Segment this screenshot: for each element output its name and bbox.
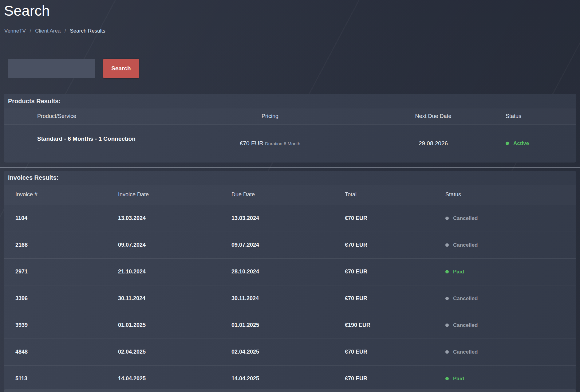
invoice-number: 2168 bbox=[4, 232, 106, 258]
invoice-status-label: Cancelled bbox=[453, 296, 478, 302]
invoice-row[interactable]: 3939 01.01.2025 01.01.2025 €190 EUR Canc… bbox=[4, 312, 576, 339]
invoices-column-invoice-date: Invoice Date bbox=[106, 185, 220, 205]
page-title: Search bbox=[0, 0, 580, 20]
invoice-total: €70 EUR bbox=[333, 205, 434, 232]
product-row[interactable]: Standard - 6 Months - 1 Connection - €70… bbox=[4, 124, 576, 163]
status-badge: Active bbox=[506, 140, 529, 147]
product-status-label: Active bbox=[513, 140, 529, 147]
invoice-row[interactable]: 1104 13.03.2024 13.03.2024 €70 EUR Cance… bbox=[4, 205, 576, 232]
invoice-number: 1104 bbox=[4, 205, 106, 232]
invoices-results-panel: Invoices Results: Invoice # Invoice Date… bbox=[4, 171, 576, 392]
invoices-column-status: Status bbox=[434, 185, 576, 205]
invoice-due-date: 09.07.2024 bbox=[220, 232, 333, 258]
invoice-due-date: 02.04.2025 bbox=[220, 339, 333, 365]
invoice-row[interactable]: 5113 14.04.2025 14.04.2025 €70 EUR Paid bbox=[4, 365, 576, 392]
status-badge: Paid bbox=[445, 269, 464, 275]
invoice-status-label: Cancelled bbox=[453, 215, 478, 221]
status-dot-icon bbox=[506, 142, 509, 145]
invoice-number: 3939 bbox=[4, 312, 106, 339]
status-dot-icon bbox=[445, 323, 449, 327]
invoice-status-label: Paid bbox=[453, 376, 464, 382]
invoices-column-due-date: Due Date bbox=[220, 185, 333, 205]
products-column-next-due-date: Next Due Date bbox=[365, 108, 502, 124]
invoice-number: 2971 bbox=[4, 258, 106, 285]
invoice-date: 01.01.2025 bbox=[106, 312, 220, 339]
breadcrumb-current: Search Results bbox=[70, 28, 105, 34]
invoice-date: 09.07.2024 bbox=[106, 232, 220, 258]
invoice-date: 30.11.2024 bbox=[106, 285, 220, 312]
status-badge: Cancelled bbox=[445, 349, 478, 355]
status-dot-icon bbox=[445, 377, 449, 380]
products-column-status: Status bbox=[502, 108, 576, 124]
invoices-header-row: Invoice # Invoice Date Due Date Total St… bbox=[4, 185, 576, 205]
status-badge: Cancelled bbox=[445, 242, 478, 248]
status-dot-icon bbox=[445, 350, 449, 354]
invoice-due-date: 28.10.2024 bbox=[220, 258, 333, 285]
products-results-panel: Products Results: Product/Service Pricin… bbox=[4, 94, 576, 163]
invoice-due-date: 30.11.2024 bbox=[220, 285, 333, 312]
status-badge: Cancelled bbox=[445, 215, 478, 221]
invoice-date: 02.04.2025 bbox=[106, 339, 220, 365]
invoice-status-label: Paid bbox=[453, 269, 464, 275]
invoice-due-date: 01.01.2025 bbox=[220, 312, 333, 339]
status-dot-icon bbox=[445, 217, 449, 220]
invoice-due-date: 14.04.2025 bbox=[220, 365, 333, 392]
search-input[interactable] bbox=[8, 59, 95, 78]
products-column-pricing: Pricing bbox=[176, 108, 365, 124]
invoice-total: €190 EUR bbox=[333, 312, 434, 339]
status-badge: Cancelled bbox=[445, 296, 478, 302]
invoice-total: €70 EUR bbox=[333, 258, 434, 285]
search-button[interactable]: Search bbox=[103, 59, 139, 78]
product-subtitle: - bbox=[37, 146, 175, 151]
invoices-table: Invoice # Invoice Date Due Date Total St… bbox=[4, 185, 576, 392]
invoice-row[interactable]: 3396 30.11.2024 30.11.2024 €70 EUR Cance… bbox=[4, 285, 576, 312]
invoice-row[interactable]: 2168 09.07.2024 09.07.2024 €70 EUR Cance… bbox=[4, 232, 576, 258]
product-price: €70 EUR bbox=[240, 140, 263, 147]
invoice-total: €70 EUR bbox=[333, 339, 434, 365]
invoice-number: 4848 bbox=[4, 339, 106, 365]
section-divider bbox=[0, 167, 580, 168]
invoice-total: €70 EUR bbox=[333, 232, 434, 258]
invoice-date: 21.10.2024 bbox=[106, 258, 220, 285]
next-section-edge bbox=[4, 389, 576, 392]
breadcrumb-separator: / bbox=[30, 28, 31, 34]
breadcrumb: VenneTV / Client Area / Search Results bbox=[4, 28, 580, 34]
invoice-row[interactable]: 2971 21.10.2024 28.10.2024 €70 EUR Paid bbox=[4, 258, 576, 285]
status-badge: Cancelled bbox=[445, 322, 478, 328]
status-dot-icon bbox=[445, 243, 449, 247]
invoices-column-total: Total bbox=[333, 185, 434, 205]
invoices-section-title: Invoices Results: bbox=[4, 171, 576, 185]
invoice-total: €70 EUR bbox=[333, 365, 434, 392]
breadcrumb-separator: / bbox=[65, 28, 66, 34]
product-name: Standard - 6 Months - 1 Connection bbox=[37, 135, 175, 142]
breadcrumb-link-vennetv[interactable]: VenneTV bbox=[4, 28, 26, 34]
client-area-search-page: Search VenneTV / Client Area / Search Re… bbox=[0, 0, 580, 392]
invoice-number: 3396 bbox=[4, 285, 106, 312]
invoice-status-label: Cancelled bbox=[453, 349, 478, 355]
breadcrumb-link-client-area[interactable]: Client Area bbox=[35, 28, 61, 34]
status-dot-icon bbox=[445, 270, 449, 273]
invoice-status-label: Cancelled bbox=[453, 242, 478, 248]
invoice-due-date: 13.03.2024 bbox=[220, 205, 333, 232]
invoice-date: 13.03.2024 bbox=[106, 205, 220, 232]
products-table: Product/Service Pricing Next Due Date St… bbox=[4, 108, 576, 163]
status-dot-icon bbox=[445, 297, 449, 300]
invoice-status-label: Cancelled bbox=[453, 322, 478, 328]
invoices-column-invoice-number: Invoice # bbox=[4, 185, 106, 205]
invoice-date: 14.04.2025 bbox=[106, 365, 220, 392]
invoice-row[interactable]: 4848 02.04.2025 02.04.2025 €70 EUR Cance… bbox=[4, 339, 576, 365]
products-column-product-service: Product/Service bbox=[4, 108, 176, 124]
products-header-row: Product/Service Pricing Next Due Date St… bbox=[4, 108, 576, 124]
product-next-due-date: 29.08.2026 bbox=[365, 124, 502, 163]
status-badge: Paid bbox=[445, 376, 464, 382]
products-section-title: Products Results: bbox=[4, 94, 576, 108]
product-billing-duration: Duration 6 Month bbox=[265, 141, 300, 146]
search-bar: Search bbox=[8, 59, 580, 78]
invoice-total: €70 EUR bbox=[333, 285, 434, 312]
invoice-number: 5113 bbox=[4, 365, 106, 392]
